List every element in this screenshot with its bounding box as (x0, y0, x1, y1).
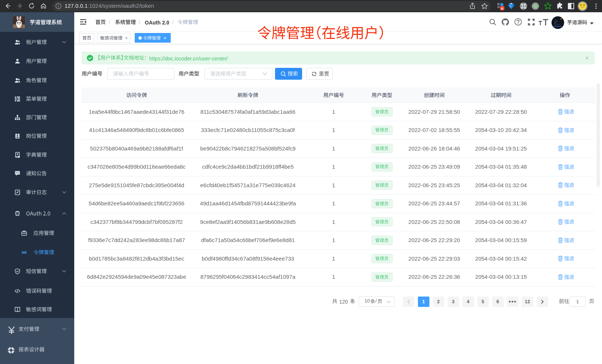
svg-text:9: 9 (501, 6, 503, 10)
